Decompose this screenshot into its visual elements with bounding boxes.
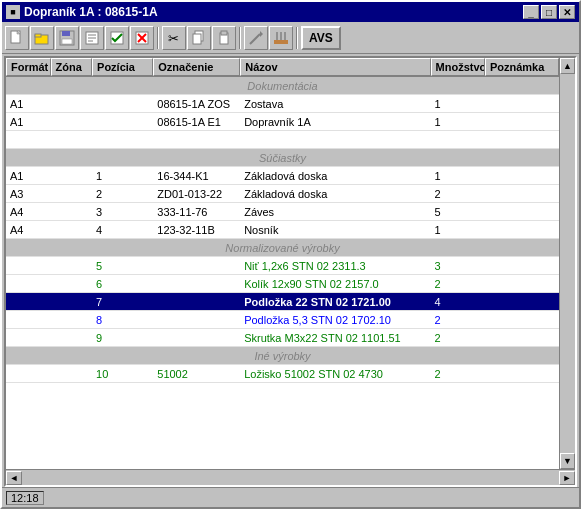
cell-nazov: Niť 1,2x6 STN 02 2311.3 (240, 259, 430, 273)
section-label: Normalizované výrobky (225, 240, 339, 256)
cell-mnozstvo: 1 (431, 169, 485, 183)
section-header-row: Normalizované výrobky (6, 239, 559, 257)
table-row[interactable]: A108615-1A E1Dopravník 1A1 (6, 113, 559, 131)
scroll-left-button[interactable]: ◄ (6, 471, 22, 485)
section-header-row: Dokumentácia (6, 77, 559, 95)
cell-oznacenie: 08615-1A ZOS (153, 97, 240, 111)
cell-nazov: Ložisko 51002 STN 02 4730 (240, 367, 430, 381)
section-label: Dokumentácia (247, 78, 317, 94)
maximize-button[interactable]: □ (541, 5, 557, 19)
cut-button[interactable]: ✂ (162, 26, 186, 50)
scroll-down-button[interactable]: ▼ (560, 453, 575, 469)
cell-pozicia: 6 (92, 277, 153, 291)
cell-zona (50, 121, 92, 123)
cell-zona (50, 211, 92, 213)
cell-poznamka (485, 337, 559, 339)
table-row[interactable]: A32ZD01-013-22Základová doska2 (6, 185, 559, 203)
table-row[interactable]: 6Kolík 12x90 STN 02 2157.02 (6, 275, 559, 293)
cell-mnozstvo: 2 (431, 367, 485, 381)
table-row[interactable]: A44123-32-11BNosník1 (6, 221, 559, 239)
col-header-pozicia: Pozícia (92, 58, 153, 76)
section-label: Súčiastky (259, 150, 306, 166)
cell-mnozstvo: 2 (431, 331, 485, 345)
cell-zona (50, 319, 92, 321)
table-row[interactable]: 7Podložka 22 STN 02 1721.004 (6, 293, 559, 311)
cell-format (6, 337, 50, 339)
cell-poznamka (485, 265, 559, 267)
cell-zona (50, 265, 92, 267)
scrollbar-horizontal[interactable]: ◄ ► (6, 469, 575, 485)
svg-line-20 (250, 34, 260, 44)
cell-mnozstvo: 1 (431, 97, 485, 111)
new-button[interactable] (5, 26, 29, 50)
cell-format (6, 283, 50, 285)
cell-poznamka (485, 175, 559, 177)
paste-button[interactable] (212, 26, 236, 50)
cell-mnozstvo: 2 (431, 313, 485, 327)
cell-format: A1 (6, 97, 50, 111)
close-button[interactable]: ✕ (559, 5, 575, 19)
main-window: ■ Dopraník 1A : 08615-1A _ □ ✕ ✂ (0, 0, 581, 509)
scrollbar-vertical[interactable]: ▲ ▼ (559, 58, 575, 469)
table-body[interactable]: DokumentáciaA108615-1A ZOSZostava1A10861… (6, 77, 559, 469)
table-row[interactable]: 9Skrutka M3x22 STN 02 1101.512 (6, 329, 559, 347)
section-header-row: Iné výrobky (6, 347, 559, 365)
cell-nazov: Záves (240, 205, 430, 219)
cell-poznamka (485, 103, 559, 105)
cell-nazov: Kolík 12x90 STN 02 2157.0 (240, 277, 430, 291)
cell-nazov: Skrutka M3x22 STN 02 1101.51 (240, 331, 430, 345)
cell-pozicia: 8 (92, 313, 153, 327)
cell-nazov: Základová doska (240, 169, 430, 183)
cell-pozicia: 2 (92, 187, 153, 201)
svg-rect-3 (35, 34, 41, 37)
cell-mnozstvo: 2 (431, 277, 485, 291)
cell-pozicia: 10 (92, 367, 153, 381)
table-header: Formát Zóna Pozícia Označenie Názov Množ… (6, 58, 559, 77)
cell-poznamka (485, 229, 559, 231)
svg-text:✂: ✂ (168, 31, 179, 46)
cell-pozicia: 5 (92, 259, 153, 273)
draw2-button[interactable] (269, 26, 293, 50)
cell-format (6, 373, 50, 375)
scroll-up-button[interactable]: ▲ (560, 58, 575, 74)
table-row[interactable]: 1051002Ložisko 51002 STN 02 47302 (6, 365, 559, 383)
minimize-button[interactable]: _ (523, 5, 539, 19)
separator-1 (157, 27, 159, 49)
col-header-nazov: Názov (240, 58, 430, 76)
window-title: Dopraník 1A : 08615-1A (24, 5, 158, 19)
title-bar: ■ Dopraník 1A : 08615-1A _ □ ✕ (2, 2, 579, 22)
check-button[interactable] (105, 26, 129, 50)
table-row[interactable]: A108615-1A ZOSZostava1 (6, 95, 559, 113)
cell-poznamka (485, 193, 559, 195)
cell-pozicia: 7 (92, 295, 153, 309)
toolbar: ✂ AVS (2, 22, 579, 54)
cell-nazov: Dopravník 1A (240, 115, 430, 129)
cell-format (6, 319, 50, 321)
svg-marker-21 (260, 31, 263, 37)
cell-nazov: Nosník (240, 223, 430, 237)
properties-button[interactable] (80, 26, 104, 50)
cell-zona (50, 283, 92, 285)
open-button[interactable] (30, 26, 54, 50)
cell-zona (50, 103, 92, 105)
table-row[interactable]: 5Niť 1,2x6 STN 02 2311.33 (6, 257, 559, 275)
cell-mnozstvo: 1 (431, 223, 485, 237)
table-row[interactable]: 8Podložka 5,3 STN 02 1702.102 (6, 311, 559, 329)
copy-button[interactable] (187, 26, 211, 50)
table-container: Formát Zóna Pozícia Označenie Názov Množ… (4, 56, 577, 487)
cell-format: A3 (6, 187, 50, 201)
draw1-button[interactable] (244, 26, 268, 50)
cell-format (6, 265, 50, 267)
table-row[interactable]: A1116-344-K1Základová doska1 (6, 167, 559, 185)
avs-button[interactable]: AVS (301, 26, 341, 50)
cell-zona (50, 229, 92, 231)
window-icon: ■ (6, 5, 20, 19)
cell-format: A1 (6, 115, 50, 129)
table-row[interactable]: A43333-11-76Záves5 (6, 203, 559, 221)
x-button[interactable] (130, 26, 154, 50)
scroll-right-button[interactable]: ► (559, 471, 575, 485)
save-button[interactable] (55, 26, 79, 50)
svg-rect-5 (62, 31, 70, 36)
cell-zona (50, 337, 92, 339)
separator-2 (239, 27, 241, 49)
